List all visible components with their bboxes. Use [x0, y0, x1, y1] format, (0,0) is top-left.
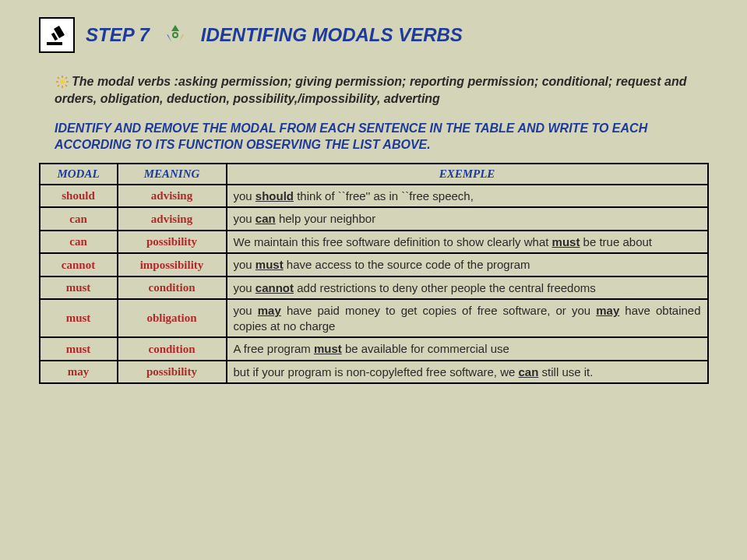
keyword: must: [255, 258, 284, 271]
table-row: canpossibilityWe maintain this free soft…: [40, 231, 708, 254]
keyword: can: [519, 365, 539, 379]
table-row: cannotimpossibilityyou must have access …: [40, 253, 708, 276]
cell-meaning: obligation: [118, 299, 227, 337]
cell-modal: must: [40, 337, 118, 361]
cell-example: you may have paid money to get copies of…: [227, 299, 708, 337]
step-label: STEP 7: [86, 24, 150, 46]
header-modal: MODAL: [40, 164, 118, 185]
cell-meaning: impossibility: [118, 253, 227, 276]
svg-line-9: [58, 77, 59, 79]
keyword: cannot: [255, 281, 294, 294]
keyword: may: [596, 304, 619, 317]
cell-modal: must: [40, 299, 118, 337]
table-row: mustconditionyou cannot add restrictions…: [40, 276, 708, 300]
cell-modal: should: [40, 185, 118, 208]
cell-meaning: condition: [118, 276, 227, 300]
cell-example: you cannot add restrictions to deny othe…: [227, 276, 708, 300]
intro-text: The modal verbs :asking permission; givi…: [55, 75, 686, 105]
keyword: should: [255, 189, 294, 203]
keyword: may: [258, 304, 281, 317]
table-row: shouldadvisingyou should think of ``free…: [40, 185, 708, 208]
cell-example: you can help your neighbor: [227, 207, 708, 231]
cell-modal: must: [40, 276, 118, 300]
header-row: STEP 7 IDENTIFING MODALS VERBS: [0, 0, 747, 53]
header-example: EXEMPLE: [227, 164, 708, 185]
keyword: must: [314, 342, 342, 355]
modals-table: MODAL MEANING EXEMPLE shouldadvisingyou …: [39, 163, 709, 385]
svg-rect-0: [47, 42, 62, 45]
cell-meaning: advising: [118, 185, 227, 208]
intro-paragraph: The modal verbs :asking permission; givi…: [0, 53, 747, 107]
svg-line-11: [58, 85, 59, 86]
svg-line-10: [65, 85, 67, 86]
table-header-row: MODAL MEANING EXEMPLE: [40, 164, 708, 185]
cell-modal: can: [40, 207, 118, 231]
header-meaning: MEANING: [118, 164, 227, 185]
gavel-icon: [39, 17, 75, 53]
cell-modal: may: [40, 361, 118, 384]
table-row: mustconditionA free program must be avai…: [40, 337, 708, 361]
recycle-icon: [160, 20, 190, 50]
cell-meaning: possibility: [118, 361, 227, 384]
table-row: mustobligationyou may have paid money to…: [40, 299, 708, 337]
cell-meaning: advising: [118, 207, 227, 231]
sun-icon: [55, 75, 70, 90]
keyword: must: [552, 235, 580, 248]
cell-example: you must have access to the source code …: [227, 253, 708, 276]
svg-point-4: [60, 79, 65, 84]
table-row: maypossibilitybut if your program is non…: [40, 361, 708, 384]
table-row: canadvisingyou can help your neighbor: [40, 207, 708, 231]
cell-example: you should think of ``free'' as in ``fre…: [227, 185, 708, 208]
cell-modal: can: [40, 231, 118, 254]
cell-meaning: condition: [118, 337, 227, 361]
keyword: can: [255, 212, 276, 225]
cell-meaning: possibility: [118, 231, 227, 254]
cell-example: We maintain this free software definitio…: [227, 231, 708, 254]
cell-modal: cannot: [40, 253, 118, 276]
svg-point-3: [173, 33, 178, 37]
cell-example: but if your program is non-copylefted fr…: [227, 361, 708, 384]
cell-example: A free program must be available for com…: [227, 337, 708, 361]
instruction-text: IDENTIFY AND REMOVE THE MODAL FROM EACH …: [0, 107, 747, 163]
svg-line-12: [65, 77, 67, 79]
page-title: IDENTIFING MODALS VERBS: [201, 24, 463, 46]
